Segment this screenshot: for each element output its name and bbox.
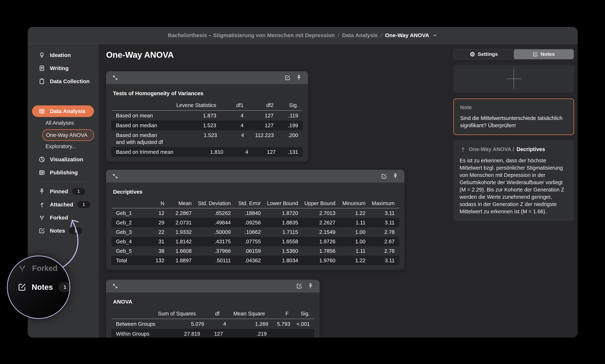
- value-cell: 127: [200, 329, 223, 338]
- value-cell: df2: [244, 100, 273, 110]
- value-cell: 38: [147, 246, 164, 256]
- note-card[interactable]: Note Sind die Mittelwertsunterschiede ta…: [453, 98, 574, 135]
- sidebar-item-publishing[interactable]: Publishing: [32, 167, 94, 178]
- table-row: Total1321.8897.50111.043621.80341.97601.…: [111, 256, 399, 265]
- document-icon: [38, 65, 46, 72]
- sidebar-item-attached[interactable]: Attached 1: [32, 199, 94, 210]
- tab-notes[interactable]: Notes: [514, 49, 574, 59]
- breadcrumb-project[interactable]: Bachelorthesis – Stigmatisierung von Men…: [168, 32, 335, 39]
- value-cell: .131: [276, 147, 298, 157]
- value-cell: .49844: [192, 218, 231, 227]
- value-cell: 12: [147, 208, 164, 218]
- value-cell: N: [147, 199, 164, 208]
- value-cell: 1.8034: [261, 256, 298, 265]
- attached-note-card[interactable]: One-Way ANOVA / Decriptives Es ist zu er…: [453, 140, 574, 221]
- value-cell: 127: [248, 147, 276, 157]
- value-cell: 2.1549: [298, 227, 335, 237]
- chevron-down-icon[interactable]: [432, 33, 438, 38]
- edit-icon[interactable]: [380, 172, 388, 180]
- breadcrumb-separator: /: [381, 32, 382, 39]
- edit-note-icon: [38, 227, 46, 234]
- gear-icon: ⚙: [470, 51, 475, 57]
- top-bar: Bachelorthesis – Stigmatisierung von Men…: [28, 27, 578, 44]
- value-cell: .10662: [231, 227, 261, 237]
- value-cell: .18840: [231, 208, 261, 218]
- sidebar-subitem-all-analyses[interactable]: All Analyses: [42, 117, 94, 128]
- sidebar-item-forked[interactable]: Forked: [32, 212, 94, 223]
- value-cell: 1.8835: [261, 218, 298, 227]
- table-row: Geb_3221.9332.50009.106621.71152.15491.0…: [111, 227, 399, 237]
- value-cell: .119: [273, 111, 298, 120]
- sidebar-item-pinned[interactable]: Pinned 1: [32, 186, 94, 197]
- sidebar-item-data-analysis[interactable]: Data Analysis: [32, 105, 94, 117]
- descriptives-card: Decriptives NMeanStd. DeviationStd. Erro…: [106, 170, 404, 270]
- table-row: Based on mean1.8734127.119: [111, 111, 303, 120]
- table-row: Geb_4311.8142.43175.077551.65581.97261.0…: [111, 237, 399, 246]
- pin-icon[interactable]: [392, 172, 399, 180]
- attached-note-body: Es ist zu erkennen, dass der höchste Mit…: [460, 157, 568, 215]
- value-cell: 1.9332: [164, 227, 192, 237]
- sidebar-item-notes[interactable]: Notes 1: [32, 225, 94, 237]
- note-body: Sind die Mittelwertsunterschiede tatsäch…: [460, 115, 567, 129]
- expand-icon[interactable]: [112, 172, 119, 180]
- expand-icon[interactable]: [112, 74, 119, 81]
- fork-icon: [38, 214, 46, 221]
- value-cell: 2.78: [365, 246, 395, 256]
- sidebar-item-label: Ideation: [50, 52, 71, 58]
- value-cell: 132: [147, 256, 164, 265]
- tab-settings[interactable]: ⚙ Settings: [454, 49, 514, 59]
- sidebar-item-label: Data Analysis: [50, 108, 86, 114]
- card-header: [106, 170, 404, 182]
- table-header-row: NMeanStd. DeviationStd. ErrorLower Bound…: [111, 199, 399, 208]
- value-cell: 1.00: [335, 227, 365, 237]
- table-header-row: Sum of SquaresdfMean SquareFSig.: [111, 309, 314, 319]
- sidebar-subitem-exploratory[interactable]: Exploratory...: [42, 141, 94, 152]
- value-cell: 4: [216, 120, 244, 130]
- value-cell: Mean Square: [219, 309, 265, 319]
- value-cell: 1.22: [335, 256, 365, 265]
- breadcrumb-current-page[interactable]: One-Way ANOVA: [385, 32, 429, 39]
- sidebar-item-visualization[interactable]: Visualization: [32, 154, 94, 165]
- value-cell: .04362: [231, 256, 261, 265]
- table-header-row: Levene Statisticsdf1df2Sig.: [111, 100, 303, 111]
- edit-note-icon: [17, 283, 26, 292]
- sidebar-item-label: Publishing: [50, 169, 78, 176]
- table-row: Geb_2292.0731.49844.092561.88352.26271.1…: [111, 218, 399, 227]
- fork-icon: [17, 263, 27, 273]
- value-cell: 5.076: [155, 319, 204, 329]
- sidebar-item-label: Data Collection: [50, 78, 90, 84]
- right-panel-tabs: ⚙ Settings Notes: [453, 49, 574, 60]
- card-title: Decriptives: [113, 189, 399, 195]
- edit-icon[interactable]: [296, 283, 303, 290]
- sidebar-subitem-label: All Analyses: [46, 120, 74, 126]
- attach-cursor-icon: [460, 146, 466, 153]
- value-cell: .200: [274, 130, 298, 140]
- value-cell: Upper Bound: [298, 199, 335, 208]
- sidebar-item-ideation[interactable]: Ideation: [32, 49, 94, 61]
- value-cell: .37966: [192, 246, 231, 256]
- pin-icon[interactable]: [295, 74, 303, 81]
- pin-icon[interactable]: [307, 283, 314, 290]
- value-cell: Maximum: [365, 199, 395, 208]
- tab-label: Settings: [478, 51, 498, 57]
- breadcrumb-section[interactable]: Data Analysis: [342, 32, 378, 39]
- value-cell: Mean: [164, 199, 192, 208]
- sidebar-item-label: Writing: [50, 65, 69, 71]
- attach-cursor-icon: [38, 201, 46, 208]
- value-cell: 5.793: [268, 319, 290, 329]
- value-cell: 27.819: [149, 329, 200, 338]
- sidebar-subitem-one-way-anova[interactable]: One-Way ANOVA: [42, 129, 94, 141]
- value-cell: .43175: [192, 237, 231, 246]
- expand-icon[interactable]: [112, 283, 119, 290]
- sidebar-item-writing[interactable]: Writing: [32, 63, 94, 74]
- sidebar-subitem-label: Exploratory...: [46, 143, 76, 149]
- table-grid-icon: [38, 108, 46, 115]
- value-cell: <.001: [290, 319, 310, 329]
- edit-icon[interactable]: [284, 74, 291, 81]
- add-note-area[interactable]: [453, 65, 574, 93]
- table-row: Geb_5381.6608.37966.061591.53601.78561.1…: [111, 246, 399, 256]
- value-cell: 1.269: [226, 319, 268, 329]
- attached-note-title: Decriptives: [516, 146, 545, 152]
- sidebar-item-data-collection[interactable]: Data Collection: [32, 76, 94, 87]
- value-cell: 2.0731: [164, 218, 192, 227]
